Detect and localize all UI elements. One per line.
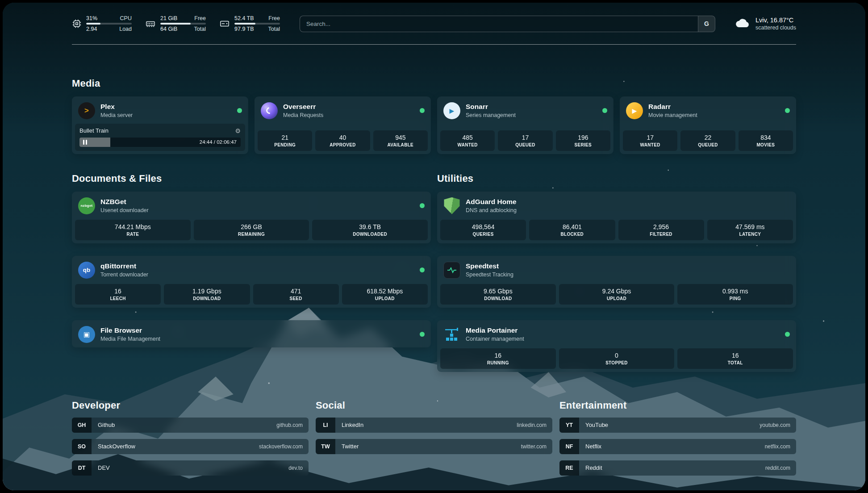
disk-total-label: Total	[268, 26, 280, 32]
pause-button[interactable]	[83, 140, 87, 145]
service-card-filebrowser[interactable]: ▣ File Browser Media File Management	[72, 320, 431, 347]
section-title-entertainment: Entertainment	[559, 400, 796, 411]
service-description: Container management	[466, 336, 524, 343]
status-dot	[785, 108, 790, 113]
stat-approved: 40APPROVED	[315, 130, 370, 151]
bookmark-reddit[interactable]: RE Reddit reddit.com	[559, 460, 796, 476]
weather-location: Lviv, 16.87°C	[755, 17, 796, 24]
stat-download: 9.65 GbpsDOWNLOAD	[440, 284, 556, 305]
stat-queued: 22QUEUED	[680, 130, 735, 151]
search-input[interactable]	[300, 16, 698, 32]
service-name: Sonarr	[466, 103, 516, 111]
overseerr-icon	[261, 102, 278, 119]
bookmark-name: LinkedIn	[342, 422, 363, 428]
cpu-load-label: Load	[119, 26, 132, 32]
disk-total-value: 97.9 TB	[234, 26, 254, 32]
bookmark-abbr: NF	[559, 439, 579, 454]
memory-progress-bar	[160, 23, 206, 25]
gear-icon[interactable]: ⚙	[235, 127, 241, 134]
bookmark-twitter[interactable]: TW Twitter twitter.com	[316, 439, 552, 454]
bookmark-domain: netflix.com	[765, 443, 790, 450]
bookmark-name: DEV	[98, 464, 110, 471]
cpu-widget: 31%CPU 2.94Load	[72, 15, 132, 33]
status-dot	[785, 332, 790, 337]
bookmark-stackoverflow[interactable]: SO StackOverflow stackoverflow.com	[72, 439, 309, 454]
stat-latency: 47.569 msLATENCY	[707, 220, 793, 240]
bookmark-group-developer: Developer GH Github github.com SO StackO…	[72, 400, 309, 476]
bookmark-github[interactable]: GH Github github.com	[72, 418, 309, 433]
stat-upload: 618.52 MbpsUPLOAD	[342, 284, 428, 305]
plex-now-playing: Bullet Train ⚙ 24:44 / 02:06:47	[75, 124, 245, 151]
stat-queries: 498,564QUERIES	[440, 220, 526, 240]
stat-blocked: 86,401BLOCKED	[529, 220, 615, 240]
service-description: Media server	[100, 112, 133, 119]
adguard-shield-icon	[443, 197, 460, 214]
service-description: Media File Management	[100, 336, 160, 343]
service-card-nzbget[interactable]: nzbget NZBGet Usenet downloader 744.21 M…	[72, 192, 431, 243]
stat-movies: 834MOVIES	[739, 130, 793, 151]
bookmark-group-entertainment: Entertainment YT YouTube youtube.com NF …	[559, 400, 796, 476]
service-card-radarr[interactable]: ▶ Radarr Movie management 17WANTED 22QUE…	[620, 96, 796, 154]
bookmark-name: Reddit	[585, 464, 602, 471]
service-description: DNS and adblocking	[466, 207, 517, 214]
section-utilities: Utilities AdGuard Home DNS and adblockin…	[437, 173, 796, 372]
speedtest-icon	[443, 262, 460, 279]
top-bar: 31%CPU 2.94Load 21 GiBFree 64 GiBTotal	[72, 15, 796, 33]
stat-queued: 17QUEUED	[498, 130, 552, 151]
service-card-qbittorrent[interactable]: qb qBittorrent Torrent downloader 16LEEC…	[72, 256, 431, 308]
bookmark-domain: reddit.com	[765, 465, 790, 471]
cpu-icon	[72, 19, 82, 29]
bookmark-youtube[interactable]: YT YouTube youtube.com	[559, 418, 796, 433]
service-card-adguard[interactable]: AdGuard Home DNS and adblocking 498,564Q…	[437, 192, 796, 243]
service-name: Overseerr	[283, 103, 323, 111]
status-dot	[420, 203, 425, 208]
bookmark-abbr: RE	[559, 460, 579, 476]
resource-widgets: 31%CPU 2.94Load 21 GiBFree 64 GiBTotal	[72, 15, 280, 33]
stat-filtered: 2,956FILTERED	[618, 220, 704, 240]
stat-seed: 471SEED	[253, 284, 339, 305]
search-bar: G	[300, 16, 715, 32]
cpu-usage-value: 31%	[86, 15, 97, 21]
bookmark-abbr: GH	[72, 418, 92, 433]
stat-wanted: 485WANTED	[440, 130, 495, 151]
section-title-social: Social	[316, 400, 552, 411]
service-card-portainer[interactable]: Media Portainer Container management 16R…	[437, 320, 796, 372]
stat-available: 945AVAILABLE	[373, 130, 428, 151]
bookmark-abbr: LI	[316, 418, 335, 433]
bookmark-abbr: DT	[72, 460, 92, 476]
bookmark-group-social: Social LI LinkedIn linkedin.com TW Twitt…	[316, 400, 552, 454]
service-card-speedtest[interactable]: Speedtest Speedtest Tracking 9.65 GbpsDO…	[437, 256, 796, 308]
weather-condition: scattered clouds	[755, 25, 796, 31]
memory-icon	[145, 19, 156, 29]
service-card-overseerr[interactable]: Overseerr Media Requests 21PENDING 40APP…	[255, 96, 431, 154]
bookmark-netflix[interactable]: NF Netflix netflix.com	[559, 439, 796, 454]
cpu-progress-bar	[86, 23, 132, 25]
stat-leech: 16LEECH	[75, 284, 161, 305]
bookmark-abbr: YT	[559, 418, 579, 433]
section-title-media: Media	[72, 78, 796, 89]
bookmark-name: Twitter	[342, 443, 359, 450]
bookmark-name: YouTube	[585, 422, 608, 428]
disk-free-label: Free	[268, 15, 280, 21]
section-media: Media > Plex Media server Bullet Train	[72, 78, 796, 154]
bookmark-domain: twitter.com	[521, 443, 547, 450]
status-dot	[420, 267, 425, 272]
bookmark-dev[interactable]: DT DEV dev.to	[72, 460, 309, 476]
service-name: Media Portainer	[466, 326, 524, 335]
bookmark-name: Github	[98, 422, 115, 428]
portainer-icon	[443, 326, 460, 343]
playback-progress-bar: 24:44 / 02:06:47	[79, 138, 241, 147]
stat-series: 196SERIES	[556, 130, 610, 151]
service-card-plex[interactable]: > Plex Media server Bullet Train ⚙	[72, 96, 248, 154]
service-card-sonarr[interactable]: ▶ Sonarr Series management 485WANTED 17Q…	[437, 96, 613, 154]
bookmark-linkedin[interactable]: LI LinkedIn linkedin.com	[316, 418, 552, 433]
service-name: qBittorrent	[100, 262, 148, 271]
memory-free-value: 21 GiB	[160, 15, 177, 21]
sonarr-icon: ▶	[443, 102, 460, 119]
bookmark-name: StackOverflow	[98, 443, 135, 450]
search-provider-button[interactable]: G	[698, 16, 715, 32]
cpu-usage-label: CPU	[120, 15, 132, 21]
disk-free-value: 52.4 TB	[234, 15, 254, 21]
stat-wanted: 17WANTED	[623, 130, 677, 151]
cloud-icon	[735, 17, 750, 30]
